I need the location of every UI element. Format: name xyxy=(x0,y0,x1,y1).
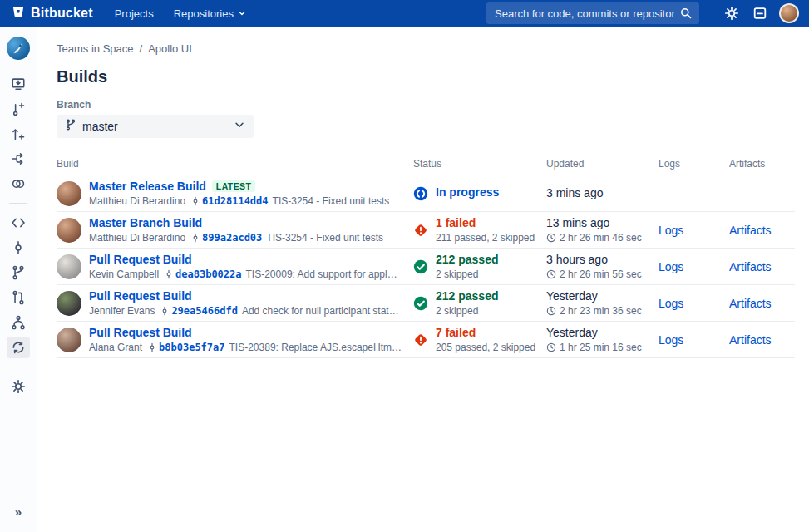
build-status-icon xyxy=(413,296,428,311)
breadcrumb-repo-link[interactable]: Apollo UI xyxy=(148,42,192,55)
repo-avatar-rocket[interactable] xyxy=(7,37,30,60)
logs-cell: Logs xyxy=(659,332,729,347)
build-author: Matthieu Di Berardino xyxy=(89,195,185,207)
fork-repo-icon[interactable] xyxy=(7,148,30,170)
build-name-link[interactable]: Master Release Build xyxy=(89,180,206,193)
commit-hash-link[interactable]: dea83b0022a xyxy=(175,268,241,280)
user-avatar[interactable] xyxy=(779,3,799,23)
commit-hash-link[interactable]: 61d28114dd4 xyxy=(202,195,268,207)
logs-link[interactable]: Logs xyxy=(659,297,683,310)
status-label: 212 passed xyxy=(436,253,499,266)
commit-hash-link[interactable]: 899a2acd03 xyxy=(202,232,262,244)
top-navbar: Bitbucket Projects Repositories xyxy=(0,0,809,27)
build-cell: Pull Request Build Kevin Campbelldea83b0… xyxy=(57,253,413,280)
build-name-link[interactable]: Master Branch Build xyxy=(89,216,202,229)
artifacts-link[interactable]: Artifacts xyxy=(729,333,772,347)
build-duration: 2 hr 26 min 56 sec xyxy=(546,268,659,280)
repo-sidebar: » xyxy=(0,27,37,532)
nav-projects[interactable]: Projects xyxy=(115,7,154,20)
build-duration: 2 hr 26 min 46 sec xyxy=(546,232,659,244)
updated-time: 3 hours ago xyxy=(546,253,659,266)
breadcrumb-project-link[interactable]: Teams in Space xyxy=(57,42,134,55)
artifacts-link[interactable]: Artifacts xyxy=(729,297,772,310)
status-label: 7 failed xyxy=(436,326,535,339)
latest-badge: LATEST xyxy=(212,180,255,193)
avatar xyxy=(57,328,81,352)
branch-dropdown[interactable]: master xyxy=(57,115,254,138)
updated-time: 3 mins ago xyxy=(546,186,659,200)
commits-icon[interactable] xyxy=(7,237,30,259)
header-updated: Updated xyxy=(546,158,659,170)
avatar xyxy=(57,181,81,206)
nav-repositories[interactable]: Repositories xyxy=(174,7,246,20)
build-status-icon xyxy=(413,332,428,347)
pull-requests-icon[interactable] xyxy=(7,287,30,308)
logs-link[interactable]: Logs xyxy=(659,260,683,273)
build-duration: 1 hr 25 min 16 sec xyxy=(546,342,659,353)
logs-cell: Logs xyxy=(659,223,729,238)
clone-icon[interactable] xyxy=(7,73,30,95)
status-detail: 205 passed, 2 skipped xyxy=(436,342,535,353)
header-artifacts: Artifacts xyxy=(729,158,795,170)
build-name-link[interactable]: Pull Request Build xyxy=(89,289,192,303)
avatar xyxy=(57,254,81,279)
build-author: Matthieu Di Berardino xyxy=(89,232,185,244)
status-label: 212 passed xyxy=(436,289,499,303)
search-input[interactable] xyxy=(486,2,699,24)
bitbucket-mark-icon xyxy=(12,5,25,22)
commit-message: TIS-3254 - Fixed unit tests xyxy=(273,195,390,207)
builds-icon[interactable] xyxy=(7,337,30,358)
commit-icon xyxy=(190,196,200,206)
compare-icon[interactable] xyxy=(7,173,30,195)
branches-icon[interactable] xyxy=(7,262,30,283)
build-cell: Pull Request Build Alana Grantb8b03e5f7a… xyxy=(57,326,413,353)
build-cell: Master Release Build LATEST Matthieu Di … xyxy=(57,180,413,207)
build-status-icon xyxy=(413,259,428,274)
create-branch-icon[interactable] xyxy=(7,98,30,120)
logs-cell: Logs xyxy=(659,296,729,311)
artifacts-cell: Artifacts xyxy=(729,296,795,311)
settings-icon[interactable] xyxy=(721,2,742,24)
branch-label: Branch xyxy=(57,99,795,111)
repo-settings-icon[interactable] xyxy=(7,376,30,397)
forks-icon[interactable] xyxy=(7,312,30,333)
clock-icon xyxy=(546,306,556,316)
artifacts-cell: Artifacts xyxy=(729,332,795,347)
artifacts-link[interactable]: Artifacts xyxy=(729,224,772,237)
brand-name: Bitbucket xyxy=(31,6,93,21)
build-author: Kevin Campbell xyxy=(89,268,159,280)
search-box xyxy=(486,2,699,24)
breadcrumb: Teams in Space / Apollo UI xyxy=(57,42,795,55)
build-meta: Matthieu Di Berardino61d28114dd4TIS-3254… xyxy=(89,195,389,207)
commit-hash-link[interactable]: 29ea5466dfd xyxy=(171,305,237,317)
logs-cell: Logs xyxy=(659,259,729,274)
updated-time: Yesterday xyxy=(546,289,659,303)
build-meta: Matthieu Di Berardino899a2acd03TIS-3254 … xyxy=(89,232,383,244)
logs-link[interactable]: Logs xyxy=(659,333,683,347)
bitbucket-logo[interactable]: Bitbucket xyxy=(12,5,93,22)
logs-link[interactable]: Logs xyxy=(659,224,683,237)
artifacts-link[interactable]: Artifacts xyxy=(729,260,772,273)
commit-message: TIS-20389: Replace AJS.escapeHtml with l… xyxy=(229,342,402,353)
expand-sidebar-icon[interactable]: » xyxy=(8,501,28,522)
table-row: Pull Request Build Alana Grantb8b03e5f7a… xyxy=(57,322,795,358)
commit-hash-link[interactable]: b8b03e5f7a7 xyxy=(159,342,224,353)
sidebar-divider xyxy=(9,203,27,204)
source-icon[interactable] xyxy=(7,212,30,234)
build-author: Alana Grant xyxy=(89,342,142,353)
updated-cell: 3 mins ago xyxy=(546,186,659,200)
create-pull-request-icon[interactable] xyxy=(7,123,30,145)
commit-message: TIS-20009: Add support for applying alte… xyxy=(246,268,402,280)
page-title: Builds xyxy=(57,67,795,86)
search-icon[interactable] xyxy=(679,7,693,23)
branch-icon xyxy=(65,119,76,134)
artifacts-cell: Artifacts xyxy=(729,259,795,274)
table-row: Pull Request Build Jennifer Evans29ea546… xyxy=(57,285,795,322)
table-row: Pull Request Build Kevin Campbelldea83b0… xyxy=(57,249,795,285)
inbox-icon[interactable] xyxy=(749,2,771,24)
commit-icon xyxy=(190,233,200,243)
build-name-link[interactable]: Pull Request Build xyxy=(89,326,192,339)
build-name-link[interactable]: Pull Request Build xyxy=(89,253,192,266)
sidebar-divider xyxy=(9,367,27,367)
table-row: Master Branch Build Matthieu Di Berardin… xyxy=(57,212,795,249)
